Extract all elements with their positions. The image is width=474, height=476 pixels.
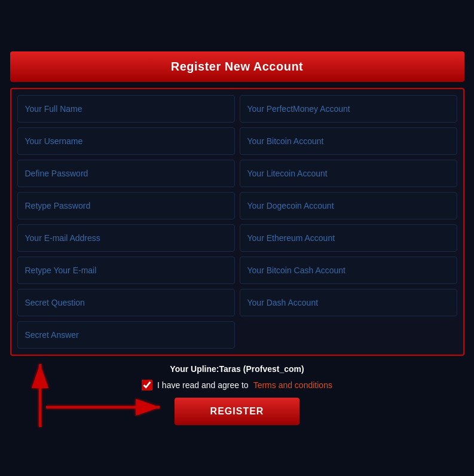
retype-password-input[interactable] — [17, 192, 235, 219]
password-input[interactable] — [17, 160, 235, 187]
arrow-right-decoration — [43, 392, 163, 422]
email-input[interactable] — [17, 224, 235, 252]
ethereum-input[interactable] — [240, 224, 457, 252]
register-button[interactable]: REGISTER — [175, 398, 300, 425]
dogecoin-input[interactable] — [240, 192, 457, 219]
dash-input[interactable] — [240, 289, 457, 316]
footer-section: Your Upline:Taras (Profvest_com) I have … — [10, 364, 464, 425]
terms-checkbox[interactable] — [142, 380, 152, 390]
secret-answer-input[interactable] — [17, 321, 235, 349]
form-grid — [17, 95, 457, 349]
checkbox-row: I have read and agree to Terms and condi… — [142, 380, 332, 390]
form-wrapper — [10, 88, 464, 356]
left-column — [17, 95, 235, 349]
username-input[interactable] — [17, 127, 235, 155]
right-column — [240, 95, 457, 349]
retype-email-input[interactable] — [17, 257, 235, 284]
bitcoin-input[interactable] — [240, 127, 457, 155]
secret-question-input[interactable] — [17, 289, 235, 316]
register-header-button[interactable]: Register New Account — [10, 51, 464, 82]
terms-link[interactable]: Terms and conditions — [253, 380, 332, 390]
upline-text: Your Upline:Taras (Profvest_com) — [170, 364, 304, 374]
full-name-input[interactable] — [17, 95, 235, 123]
page-container: Register New Account — [4, 45, 470, 431]
litecoin-input[interactable] — [240, 160, 457, 187]
checkbox-label: I have read and agree to — [157, 380, 249, 390]
bitcoin-cash-input[interactable] — [240, 257, 457, 284]
perfectmoney-input[interactable] — [240, 95, 457, 123]
